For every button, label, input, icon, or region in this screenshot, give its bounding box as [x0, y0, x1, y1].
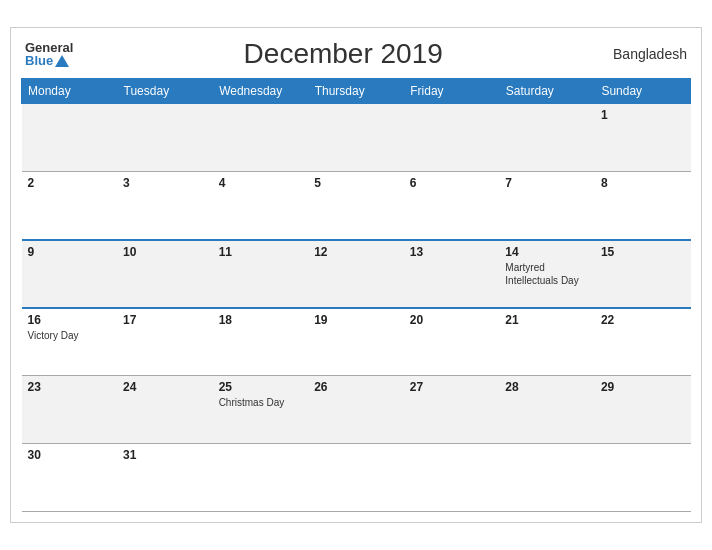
weekday-header-thursday: Thursday: [308, 79, 404, 104]
weekday-header-monday: Monday: [22, 79, 118, 104]
day-event: Martyred Intellectuals Day: [505, 261, 589, 287]
day-number: 2: [28, 176, 112, 190]
calendar-week-row: 232425Christmas Day26272829: [22, 376, 691, 444]
calendar-cell: 29: [595, 376, 691, 444]
calendar-cell: 31: [117, 444, 213, 512]
calendar-wrapper: General Blue December 2019 Bangladesh Mo…: [10, 27, 702, 523]
day-number: 30: [28, 448, 112, 462]
calendar-cell: 11: [213, 240, 309, 308]
calendar-grid: MondayTuesdayWednesdayThursdayFridaySatu…: [21, 78, 691, 512]
calendar-cell: [595, 444, 691, 512]
calendar-week-row: 91011121314Martyred Intellectuals Day15: [22, 240, 691, 308]
day-number: 8: [601, 176, 685, 190]
logo-blue-text: Blue: [25, 54, 53, 67]
day-number: 31: [123, 448, 207, 462]
logo-triangle-icon: [55, 55, 69, 67]
day-number: 3: [123, 176, 207, 190]
calendar-week-row: 16Victory Day171819202122: [22, 308, 691, 376]
weekday-header-friday: Friday: [404, 79, 500, 104]
calendar-cell: 3: [117, 172, 213, 240]
calendar-cell: [404, 444, 500, 512]
day-number: 21: [505, 313, 589, 327]
calendar-cell: 17: [117, 308, 213, 376]
day-number: 23: [28, 380, 112, 394]
weekday-header-row: MondayTuesdayWednesdayThursdayFridaySatu…: [22, 79, 691, 104]
calendar-cell: 18: [213, 308, 309, 376]
calendar-cell: 26: [308, 376, 404, 444]
weekday-header-saturday: Saturday: [499, 79, 595, 104]
calendar-cell: 8: [595, 172, 691, 240]
calendar-cell: [213, 104, 309, 172]
day-event: Victory Day: [28, 329, 112, 342]
weekday-header-sunday: Sunday: [595, 79, 691, 104]
day-number: 15: [601, 245, 685, 259]
calendar-cell: [213, 444, 309, 512]
day-number: 27: [410, 380, 494, 394]
calendar-week-row: 1: [22, 104, 691, 172]
calendar-cell: 15: [595, 240, 691, 308]
day-number: 7: [505, 176, 589, 190]
calendar-cell: 20: [404, 308, 500, 376]
day-event: Christmas Day: [219, 396, 303, 409]
calendar-cell: 22: [595, 308, 691, 376]
calendar-header: General Blue December 2019 Bangladesh: [21, 38, 691, 70]
day-number: 28: [505, 380, 589, 394]
calendar-cell: 27: [404, 376, 500, 444]
calendar-cell: 1: [595, 104, 691, 172]
day-number: 1: [601, 108, 685, 122]
calendar-cell: [499, 444, 595, 512]
day-number: 12: [314, 245, 398, 259]
weekday-header-tuesday: Tuesday: [117, 79, 213, 104]
calendar-title: December 2019: [244, 38, 443, 70]
day-number: 13: [410, 245, 494, 259]
calendar-week-row: 3031: [22, 444, 691, 512]
calendar-cell: 23: [22, 376, 118, 444]
calendar-cell: 13: [404, 240, 500, 308]
day-number: 24: [123, 380, 207, 394]
calendar-cell: [22, 104, 118, 172]
day-number: 25: [219, 380, 303, 394]
calendar-cell: [308, 104, 404, 172]
logo: General Blue: [25, 41, 73, 67]
calendar-cell: 9: [22, 240, 118, 308]
day-number: 17: [123, 313, 207, 327]
calendar-cell: 2: [22, 172, 118, 240]
day-number: 22: [601, 313, 685, 327]
calendar-cell: 28: [499, 376, 595, 444]
day-number: 10: [123, 245, 207, 259]
calendar-cell: 10: [117, 240, 213, 308]
day-number: 26: [314, 380, 398, 394]
weekday-header-wednesday: Wednesday: [213, 79, 309, 104]
calendar-cell: 5: [308, 172, 404, 240]
day-number: 6: [410, 176, 494, 190]
day-number: 18: [219, 313, 303, 327]
day-number: 29: [601, 380, 685, 394]
calendar-cell: [404, 104, 500, 172]
calendar-cell: [308, 444, 404, 512]
day-number: 19: [314, 313, 398, 327]
day-number: 4: [219, 176, 303, 190]
country-label: Bangladesh: [613, 46, 687, 62]
calendar-cell: 25Christmas Day: [213, 376, 309, 444]
day-number: 11: [219, 245, 303, 259]
calendar-cell: 4: [213, 172, 309, 240]
day-number: 5: [314, 176, 398, 190]
calendar-cell: 24: [117, 376, 213, 444]
day-number: 20: [410, 313, 494, 327]
calendar-cell: 14Martyred Intellectuals Day: [499, 240, 595, 308]
calendar-cell: 21: [499, 308, 595, 376]
calendar-cell: 6: [404, 172, 500, 240]
day-number: 14: [505, 245, 589, 259]
day-number: 16: [28, 313, 112, 327]
calendar-cell: 7: [499, 172, 595, 240]
calendar-cell: 12: [308, 240, 404, 308]
calendar-cell: 19: [308, 308, 404, 376]
calendar-cell: [499, 104, 595, 172]
calendar-week-row: 2345678: [22, 172, 691, 240]
calendar-cell: 30: [22, 444, 118, 512]
calendar-cell: 16Victory Day: [22, 308, 118, 376]
calendar-cell: [117, 104, 213, 172]
day-number: 9: [28, 245, 112, 259]
